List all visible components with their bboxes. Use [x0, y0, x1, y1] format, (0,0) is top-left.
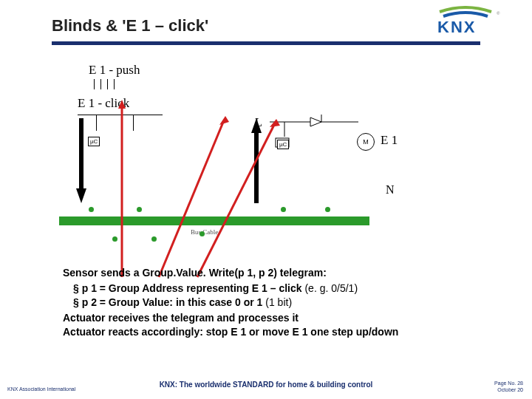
title-divider: [52, 41, 480, 45]
knx-logo: KNX ®: [429, 6, 502, 35]
svg-line-13: [159, 120, 224, 277]
bullet-p1: p 1 = Group Address representing E 1 – c…: [63, 282, 491, 296]
text: p 1 = Group Address representing E 1 – c…: [82, 282, 305, 294]
page-number: Page No. 28: [494, 381, 523, 386]
description-text: Sensor sends a Group.Value. Write(p 1, p…: [63, 266, 491, 338]
page-date: October 20: [494, 387, 523, 393]
svg-line-15: [197, 123, 275, 277]
annotation-lines: [59, 63, 436, 284]
diagram: E 1 - push E 1 - click µC µ: [59, 63, 436, 248]
text: Sensor sends a: [63, 267, 142, 279]
svg-text:®: ®: [497, 11, 500, 16]
svg-marker-16: [270, 119, 280, 127]
text-bold: Group.Value. Write(p 1, p 2) telegram:: [142, 267, 326, 279]
text: (e. g. 0/5/1): [304, 282, 358, 294]
slide: Blinds & 'E 1 – click' KNX ® E 1 - push …: [0, 0, 532, 399]
svg-text:KNX: KNX: [437, 18, 476, 35]
bullet-p2: p 2 = Group Value: in this case 0 or 1 (…: [63, 296, 491, 310]
line-2: Actuator receives the telegram and proce…: [63, 311, 491, 325]
text: p 2 = Group Value: in this case 0 or 1: [82, 296, 266, 308]
svg-marker-14: [219, 116, 229, 125]
svg-marker-12: [118, 100, 126, 109]
footer-right: Page No. 28 October 20: [494, 381, 523, 393]
footer-center: KNX: The worldwide STANDARD for home & b…: [0, 381, 532, 389]
text: (1 bit): [265, 296, 292, 308]
line-3: Actuator reacts accordingly: stop E 1 or…: [63, 325, 491, 339]
line-1: Sensor sends a Group.Value. Write(p 1, p…: [63, 266, 491, 280]
